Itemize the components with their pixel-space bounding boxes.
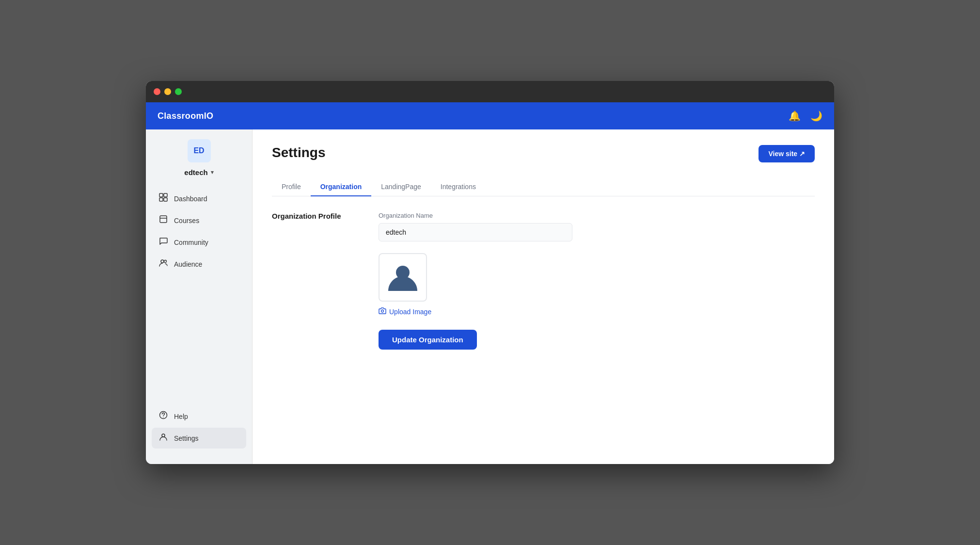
minimize-button[interactable] bbox=[164, 88, 171, 95]
dashboard-icon bbox=[158, 193, 168, 204]
sidebar: ED edtech ▾ bbox=[146, 129, 253, 464]
brand-logo: ClassroomIO bbox=[158, 111, 213, 121]
topnav: ClassroomIO 🔔 🌙 bbox=[146, 102, 834, 129]
sidebar-bottom: Help Settings bbox=[146, 400, 252, 454]
avatar: ED bbox=[188, 139, 211, 162]
sidebar-item-community[interactable]: Community bbox=[152, 232, 246, 253]
sidebar-item-help[interactable]: Help bbox=[152, 406, 246, 427]
svg-point-9 bbox=[163, 417, 164, 417]
app-window: ClassroomIO 🔔 🌙 ED edtech ▾ bbox=[146, 81, 834, 464]
org-name-input[interactable] bbox=[379, 223, 572, 241]
svg-rect-2 bbox=[159, 198, 163, 201]
titlebar bbox=[146, 81, 834, 102]
person-avatar-icon bbox=[388, 262, 417, 293]
sidebar-nav: Dashboard Courses bbox=[146, 188, 252, 400]
chevron-down-icon: ▾ bbox=[211, 169, 214, 176]
camera-icon bbox=[379, 307, 386, 316]
close-button[interactable] bbox=[154, 88, 160, 95]
svg-rect-1 bbox=[164, 193, 167, 197]
sidebar-item-dashboard[interactable]: Dashboard bbox=[152, 188, 246, 209]
notification-icon[interactable]: 🔔 bbox=[789, 110, 801, 122]
settings-tabs: Profile Organization LandingPage Integra… bbox=[272, 178, 815, 196]
main-content: Settings View site ↗ Profile Organizatio… bbox=[253, 129, 834, 464]
sidebar-item-settings-label: Settings bbox=[174, 434, 199, 442]
avatar-upload-area: Upload Image bbox=[379, 253, 572, 316]
avatar-preview bbox=[379, 253, 427, 302]
sidebar-item-audience[interactable]: Audience bbox=[152, 254, 246, 274]
sidebar-item-settings[interactable]: Settings bbox=[152, 428, 246, 449]
tab-landingpage[interactable]: LandingPage bbox=[371, 178, 431, 196]
svg-rect-3 bbox=[164, 198, 167, 201]
audience-icon bbox=[158, 258, 168, 270]
community-icon bbox=[158, 237, 168, 248]
sidebar-item-dashboard-label: Dashboard bbox=[174, 195, 207, 203]
update-organization-button[interactable]: Update Organization bbox=[379, 330, 477, 350]
settings-person-icon bbox=[158, 433, 168, 444]
courses-icon bbox=[158, 215, 168, 226]
sidebar-item-courses[interactable]: Courses bbox=[152, 210, 246, 231]
traffic-lights bbox=[154, 88, 182, 95]
tab-integrations[interactable]: Integrations bbox=[431, 178, 486, 196]
organization-section: Organization Profile Organization Name bbox=[272, 212, 815, 350]
sidebar-item-community-label: Community bbox=[174, 239, 208, 246]
upload-image-button[interactable]: Upload Image bbox=[379, 307, 431, 316]
svg-point-10 bbox=[162, 434, 165, 437]
content-header: Settings View site ↗ bbox=[272, 145, 815, 162]
org-selector[interactable]: edtech ▾ bbox=[146, 168, 252, 176]
svg-rect-0 bbox=[159, 193, 163, 197]
section-fields: Organization Name bbox=[379, 212, 572, 350]
section-label: Organization Profile bbox=[272, 212, 349, 350]
upload-image-label: Upload Image bbox=[389, 308, 431, 316]
view-site-button[interactable]: View site ↗ bbox=[759, 145, 815, 162]
sidebar-item-help-label: Help bbox=[174, 413, 188, 420]
main-layout: ED edtech ▾ bbox=[146, 129, 834, 464]
sidebar-item-courses-label: Courses bbox=[174, 217, 199, 224]
org-name-label: Organization Name bbox=[379, 212, 572, 219]
svg-rect-4 bbox=[160, 216, 167, 223]
theme-toggle-icon[interactable]: 🌙 bbox=[810, 110, 822, 122]
svg-point-6 bbox=[161, 260, 164, 263]
help-icon bbox=[158, 411, 168, 422]
svg-point-7 bbox=[164, 260, 167, 263]
sidebar-avatar: ED bbox=[146, 139, 252, 162]
page-title: Settings bbox=[272, 145, 325, 160]
app-container: ClassroomIO 🔔 🌙 ED edtech ▾ bbox=[146, 102, 834, 464]
svg-point-12 bbox=[381, 310, 384, 312]
maximize-button[interactable] bbox=[175, 88, 182, 95]
tab-profile[interactable]: Profile bbox=[272, 178, 311, 196]
tab-organization[interactable]: Organization bbox=[311, 178, 372, 196]
sidebar-item-audience-label: Audience bbox=[174, 260, 202, 268]
topnav-actions: 🔔 🌙 bbox=[789, 110, 822, 122]
